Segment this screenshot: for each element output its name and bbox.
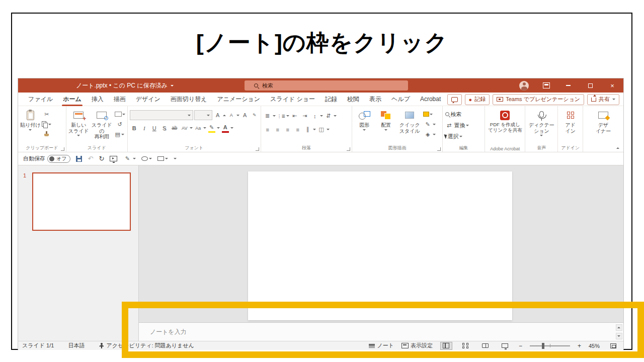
arrange-button[interactable]: 配置 xyxy=(376,108,396,145)
oval-shape-button[interactable] xyxy=(141,156,152,161)
dictate-button[interactable]: ディクテー ション xyxy=(527,108,555,145)
tab-animations[interactable]: アニメーション xyxy=(212,93,265,106)
designer-button[interactable]: デザ イナー xyxy=(592,108,615,145)
convert-to-smartart-button[interactable]: ◫ xyxy=(317,125,330,134)
addins-button[interactable]: アド イン xyxy=(560,108,581,145)
decrease-indent-button[interactable]: ⇤ xyxy=(290,112,299,121)
copy-button[interactable] xyxy=(42,120,51,129)
select-label: 選択 xyxy=(448,133,459,140)
justify-button[interactable]: ≡ xyxy=(293,125,302,134)
comments-button[interactable] xyxy=(447,94,462,105)
dialog-launcher-icon[interactable] xyxy=(347,147,350,151)
shapes-button[interactable]: 図形 xyxy=(354,108,374,145)
pen-icon: ✎ xyxy=(123,154,132,163)
paste-label: 貼り付け xyxy=(20,122,40,128)
start-slideshow-button[interactable] xyxy=(110,156,117,161)
minimize-button[interactable] xyxy=(557,78,579,93)
chevron-down-icon xyxy=(433,134,436,135)
slide-thumbnail[interactable] xyxy=(32,172,131,231)
tab-transitions[interactable]: 画面切り替え xyxy=(166,93,212,106)
paste-button[interactable]: 貼り付け xyxy=(20,108,40,145)
tab-view[interactable]: 表示 xyxy=(364,93,386,106)
document-title[interactable]: ノート.pptx • この PC に保存済み xyxy=(76,78,174,93)
text-shadow-button[interactable]: S xyxy=(160,124,169,133)
maximize-button[interactable] xyxy=(579,78,601,93)
group-clipboard: 貼り付け ✂ クリップボード xyxy=(18,106,66,152)
collapse-ribbon-icon[interactable] xyxy=(616,147,619,149)
dialog-launcher-icon[interactable] xyxy=(61,147,64,151)
pen-button[interactable]: ✎ xyxy=(123,154,136,163)
arrow-up-icon xyxy=(223,115,226,116)
new-slide-button[interactable]: 新しい スライド xyxy=(68,108,89,145)
chevron-down-icon xyxy=(459,136,462,137)
strikethrough-button[interactable]: ab xyxy=(170,124,179,133)
redo-button[interactable]: ↻ xyxy=(99,155,104,162)
autosave-toggle[interactable]: 自動保存 オフ xyxy=(23,155,70,163)
save-button[interactable] xyxy=(76,156,82,162)
share-button[interactable]: 共有 xyxy=(587,94,619,105)
text-highlight-color-button[interactable]: ✎ xyxy=(207,124,220,133)
tab-help[interactable]: ヘルプ xyxy=(386,93,415,106)
align-right-button[interactable]: ≡ xyxy=(283,125,292,134)
slide-layout-button[interactable] xyxy=(115,110,125,119)
tab-record[interactable]: 記録 xyxy=(320,93,342,106)
tab-review[interactable]: 校閲 xyxy=(342,93,364,106)
dialog-launcher-icon[interactable] xyxy=(256,147,259,151)
increase-indent-button[interactable]: ⇥ xyxy=(300,112,309,121)
slide-editing-surface[interactable] xyxy=(248,171,512,320)
shape-outline-button[interactable]: ✎ xyxy=(423,120,436,129)
line-spacing-button[interactable]: ↕ xyxy=(310,112,323,121)
reuse-slides-button[interactable]: スライドの 再利用 xyxy=(91,108,113,145)
tab-file[interactable]: ファイル xyxy=(23,93,58,106)
undo-button[interactable]: ↶ xyxy=(88,155,93,162)
font-size-combobox[interactable] xyxy=(194,110,212,120)
numbering-button[interactable]: ⋮≣ xyxy=(277,112,289,121)
font-color-button[interactable]: A xyxy=(221,124,233,133)
section-button[interactable]: ▤ xyxy=(115,130,125,139)
reset-slide-button[interactable]: ↺ xyxy=(115,120,125,129)
tab-design[interactable]: デザイン xyxy=(131,93,166,106)
align-left-button[interactable]: ≡ xyxy=(263,125,272,134)
italic-button[interactable]: I xyxy=(140,124,149,133)
replace-button[interactable]: ⇄置換 xyxy=(445,121,469,130)
tab-acrobat[interactable]: Acrobat xyxy=(415,93,446,106)
find-button[interactable]: 検索 xyxy=(445,110,469,119)
bold-button[interactable]: B xyxy=(130,124,139,133)
font-name-combobox[interactable] xyxy=(130,110,193,120)
rectangle-shape-button[interactable] xyxy=(157,156,168,161)
teams-present-button[interactable]: Teams でプレゼンテーション xyxy=(493,94,584,105)
microphone-icon xyxy=(539,111,544,118)
decrease-font-size-button[interactable]: A xyxy=(227,111,239,120)
increase-font-size-button[interactable]: A xyxy=(213,111,226,120)
clear-formatting-button[interactable]: A✎ xyxy=(240,111,259,120)
dialog-launcher-icon[interactable] xyxy=(437,147,441,151)
columns-button[interactable]: ∥ xyxy=(303,125,316,134)
record-button[interactable]: ● 記録 xyxy=(465,94,490,105)
shape-fill-button[interactable] xyxy=(423,110,436,119)
bullets-button[interactable]: ≣ xyxy=(263,112,276,121)
quick-styles-button[interactable]: クイック スタイル xyxy=(397,108,422,145)
align-center-button[interactable]: ≡ xyxy=(273,125,282,134)
character-spacing-button[interactable]: AV xyxy=(180,124,193,133)
save-icon xyxy=(76,156,82,162)
format-painter-button[interactable] xyxy=(42,130,51,139)
create-pdf-button[interactable]: PDF を作成し てリンクを共有 xyxy=(487,108,523,145)
tab-home[interactable]: ホーム xyxy=(58,93,87,106)
tab-draw[interactable]: 描画 xyxy=(109,93,131,106)
customize-qat-button[interactable] xyxy=(174,158,177,159)
ribbon-display-options-icon[interactable] xyxy=(543,82,550,88)
search-box[interactable]: 検索 xyxy=(245,80,408,90)
account-avatar[interactable] xyxy=(519,81,529,90)
tab-slideshow[interactable]: スライド ショー xyxy=(265,93,320,106)
underline-button[interactable]: U xyxy=(150,124,159,133)
cut-button[interactable]: ✂ xyxy=(42,110,51,119)
language-status[interactable]: 日本語 xyxy=(68,342,85,349)
text-direction-button[interactable]: ⇵ xyxy=(324,112,337,121)
tab-insert[interactable]: 挿入 xyxy=(87,93,109,106)
select-button[interactable]: 選択 xyxy=(445,132,469,141)
numbered-list-icon: ⋮≣ xyxy=(277,112,286,121)
change-case-button[interactable]: Aa xyxy=(194,124,206,133)
shape-effects-button[interactable]: ◈ xyxy=(423,130,436,139)
chevron-down-icon xyxy=(165,158,168,159)
close-button[interactable]: × xyxy=(601,78,623,93)
